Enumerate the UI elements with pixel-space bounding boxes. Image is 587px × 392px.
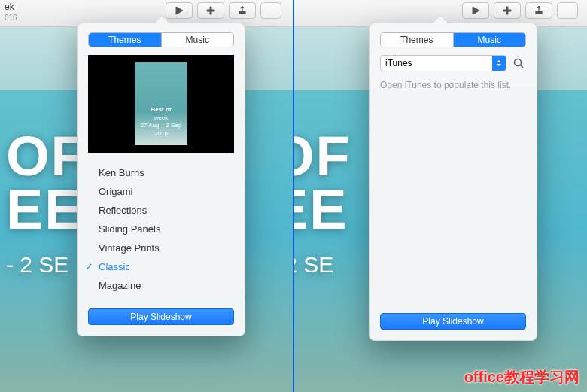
- share-button[interactable]: [229, 2, 256, 19]
- theme-item-magazine[interactable]: Magazine: [78, 276, 245, 295]
- select-value: iTunes: [385, 58, 412, 68]
- slideshow-popover-themes: Themes Music Best of week 27 Aug – 2 Sep…: [77, 23, 245, 336]
- toolbar-extra[interactable]: [557, 2, 578, 19]
- tab-segmented-control: Themes Music: [88, 32, 234, 47]
- theme-preview: Best of week 27 Aug – 2 Sep 2016: [88, 55, 234, 153]
- theme-item-ken-burns[interactable]: Ken Burns: [78, 163, 245, 182]
- tab-themes[interactable]: Themes: [381, 33, 454, 47]
- toolbar: [462, 2, 578, 19]
- header-title: ek: [5, 2, 14, 12]
- theme-item-sliding-panels[interactable]: Sliding Panels: [78, 220, 245, 239]
- music-source-select[interactable]: iTunes: [380, 55, 506, 71]
- theme-item-reflections[interactable]: Reflections: [78, 201, 245, 220]
- add-button[interactable]: [494, 2, 521, 19]
- share-button[interactable]: [525, 2, 552, 19]
- music-hint: Open iTunes to populate this list.: [380, 79, 526, 92]
- right-panel: OF EE - 2 SE Themes Music iTunes: [294, 0, 587, 392]
- header-subtitle: 016: [5, 14, 17, 22]
- tab-themes[interactable]: Themes: [89, 33, 162, 47]
- tab-music[interactable]: Music: [454, 33, 526, 47]
- theme-list: Ken Burns Origami Reflections Sliding Pa…: [78, 160, 245, 301]
- theme-item-vintage-prints[interactable]: Vintage Prints: [78, 239, 245, 257]
- play-slideshow-button[interactable]: Play Slideshow: [88, 308, 234, 325]
- slideshow-popover-music: Themes Music iTunes Open iTunes to popul…: [369, 23, 537, 341]
- left-panel: ek 016 OF EE - 2 SE Themes Music: [0, 0, 294, 392]
- chevron-updown-icon: [492, 56, 506, 71]
- watermark-text: office教程学习网: [464, 367, 579, 387]
- add-button[interactable]: [197, 2, 224, 19]
- play-button[interactable]: [462, 2, 489, 19]
- theme-item-origami[interactable]: Origami: [78, 182, 245, 201]
- play-button[interactable]: [166, 2, 193, 19]
- checkmark-icon: ✓: [85, 261, 93, 272]
- preview-caption: Best of week 27 Aug – 2 Sep 2016: [135, 106, 187, 145]
- tab-segmented-control: Themes Music: [380, 32, 526, 47]
- tab-music[interactable]: Music: [162, 33, 234, 47]
- svg-point-0: [515, 59, 522, 66]
- search-button[interactable]: [511, 56, 526, 71]
- theme-item-classic[interactable]: ✓Classic: [78, 257, 245, 276]
- toolbar-extra[interactable]: [260, 2, 281, 19]
- toolbar: [166, 2, 281, 19]
- panel-divider: [293, 0, 294, 392]
- svg-line-1: [521, 65, 524, 68]
- play-slideshow-button[interactable]: Play Slideshow: [380, 313, 526, 330]
